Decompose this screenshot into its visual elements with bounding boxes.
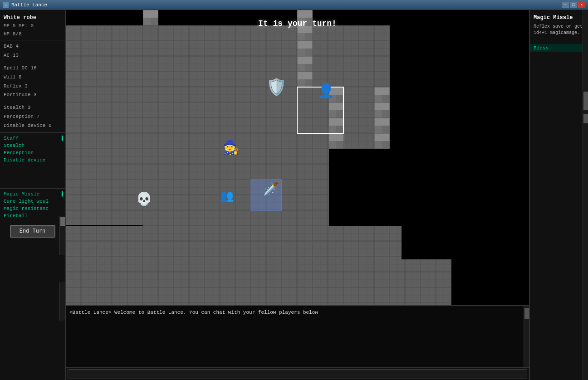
svg-rect-25 [390,25,451,87]
game-area: It is your turn! [66,10,529,380]
sprite-skeleton: 💀 [136,194,152,206]
spell-fireball[interactable]: Fireball [0,212,65,219]
chat-message: <Battle Lance> Welcome to Battle Lance. … [69,310,318,315]
actions-scrollbar[interactable] [59,216,65,255]
right-panel-scrollbar[interactable] [583,10,588,380]
chat-scrollbar[interactable] [524,306,529,367]
chat-log-wrapper: <Battle Lance> Welcome to Battle Lance. … [66,306,529,367]
end-turn-button[interactable]: End Turn [10,225,55,238]
chat-input-wrapper [66,367,529,380]
svg-rect-26 [451,25,467,305]
perception-stat: Perception 7 [4,112,61,122]
spell-description: Reflex save or get 1d4+1 magicamage. [534,24,584,36]
close-button[interactable]: ✕ [578,2,585,8]
action-staff[interactable]: Staff ▐ [0,135,65,142]
bab-stat: BAB 4 [4,42,61,51]
chat-scrollbar-thumb[interactable] [524,308,529,319]
fortitude-stat: Fortitude 3 [4,91,61,100]
spells-scrollbar[interactable] [59,282,65,321]
spell-magic-resist[interactable]: Magic resistanc [0,205,65,212]
disable-device-stat: Disable device 0 [4,122,61,131]
right-scrollbar-thumb[interactable] [583,92,588,110]
svg-rect-29 [374,259,451,305]
character-stats: BAB 4 AC 13 Spell DC 16 Will 8 Reflex 3 … [0,40,65,132]
staff-scroll-indicator: ▐ [59,135,64,142]
mp-sp-stat: MP 5 SP: 0 [4,22,61,30]
sprite-mage: 🧙 [222,141,239,155]
chat-log: <Battle Lance> Welcome to Battle Lance. … [66,306,524,367]
svg-rect-19 [390,87,451,149]
spell-magic-missle[interactable]: Magic Missle ▐ [0,190,65,198]
main-container: White robe MP 5 SP: 0 HP 8/8 BAB 4 AC 13… [0,10,588,380]
sprite-enemy2: 👤 [318,85,334,98]
window-title: Battle Lance [11,2,562,8]
window-controls: − □ ✕ [562,2,585,8]
spell-cure-light[interactable]: Cure light woul [0,198,65,205]
game-canvas[interactable]: It is your turn! [66,10,529,305]
right-panel: Magic Missle Reflex save or get 1d4+1 ma… [529,10,588,380]
will-stat: Will 8 [4,73,61,82]
action-stealth[interactable]: Stealth [0,142,65,149]
buff-bless[interactable]: Bless [530,44,588,52]
chat-input[interactable] [68,369,527,379]
hp-stat: HP 8/8 [4,30,61,39]
stealth-stat: Stealth 3 [4,103,61,112]
sprite-enemy3: 👥 [220,191,234,202]
spell-info-panel: Magic Missle Reflex save or get 1d4+1 ma… [530,10,588,40]
reflex-stat: Reflex 3 [4,82,61,91]
app-icon: ⚔ [3,2,9,8]
sprite-player-active: 🗡️ [263,182,280,196]
svg-rect-28 [297,226,402,262]
maximize-button[interactable]: □ [570,2,577,8]
character-name: White robe [4,14,61,22]
left-panel: White robe MP 5 SP: 0 HP 8/8 BAB 4 AC 13… [0,10,66,380]
right-scrollbar-thumb2[interactable] [583,114,588,123]
svg-rect-17 [143,10,158,25]
svg-rect-13 [66,25,143,225]
spell-title: Magic Missle [534,14,584,22]
svg-rect-14 [143,149,329,226]
action-perception[interactable]: Perception [0,149,65,156]
sprite-enemy1: 🛡️ [266,80,287,97]
magic-missle-indicator: ▐ [59,190,64,198]
spell-dc-stat: Spell DC 16 [4,64,61,73]
minimize-button[interactable]: − [562,2,569,8]
ac-stat: AC 13 [4,51,61,60]
svg-rect-18 [374,87,390,149]
right-panel-inner: Magic Missle Reflex save or get 1d4+1 ma… [530,10,588,380]
chat-area: <Battle Lance> Welcome to Battle Lance. … [66,305,529,380]
buff-list-panel: Bless [530,42,588,54]
spells-section: Magic Missle ▐ Cure light woul Magic res… [0,188,65,221]
character-info: White robe MP 5 SP: 0 HP 8/8 [0,10,65,40]
turn-banner: It is your turn! [258,19,337,28]
action-disable-device[interactable]: Disable device [0,156,65,164]
skills-section: Staff ▐ Stealth Perception Disable devic… [0,132,65,166]
titlebar: ⚔ Battle Lance − □ ✕ [0,0,588,10]
